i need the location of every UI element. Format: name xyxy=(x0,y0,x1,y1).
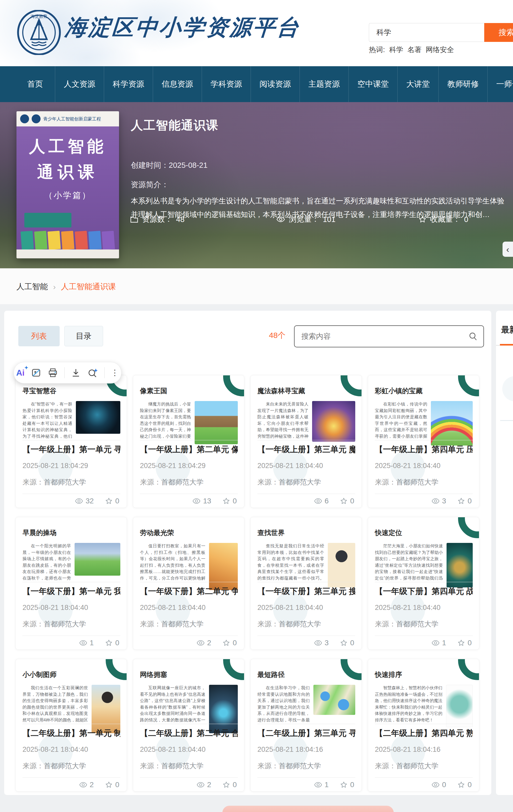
search-icon[interactable] xyxy=(468,332,478,341)
card-illustration xyxy=(209,543,238,590)
view-count: 3 xyxy=(432,497,446,505)
corner-ribbon-icon xyxy=(458,517,479,538)
card-date: 2025-08-21 18:04:16 xyxy=(258,746,323,754)
card-description: 在一个阳光明媚的早晨，一年级的小朋友们在操场上尽情嬉戏，有的小朋友在跳皮筋，有的… xyxy=(23,543,71,582)
card-unit-title[interactable]: 【一年级下册】第四单元 战… xyxy=(375,586,473,597)
resource-card[interactable]: 像素王国 继魔方的挑战后，小冒险家们来到了像素王国，要在这里生存下去，首先需熟悉… xyxy=(133,375,244,508)
card-story-title: 寻宝智慧谷 xyxy=(23,386,57,396)
content-search-input[interactable] xyxy=(295,332,468,341)
nav-item-air-class[interactable]: 空中课堂 xyxy=(349,66,397,102)
course-cover-image[interactable]: 青少年人工智能创新启蒙工程 人工智能 通识课 （小学篇） xyxy=(17,111,119,258)
card-unit-title[interactable]: 【一年级上册】第二单元 像… xyxy=(140,444,238,455)
nav-item-science[interactable]: 科学资源 xyxy=(104,66,153,102)
favorite-count: 0 xyxy=(105,497,119,505)
nav-item-one-teacher[interactable]: 一师一课 xyxy=(487,66,513,102)
resource-card[interactable]: 早晨的操场 在一个阳光明媚的早晨，一年级的小朋友们在操场上尽情嬉戏，有的小朋友在… xyxy=(16,517,127,650)
nav-item-lecture[interactable]: 大讲堂 xyxy=(397,66,439,102)
resource-card[interactable]: 寻宝智慧谷 在“智慧谷”中，有一群热爱计算机科学的小探险家，他们听说：智慧谷深处… xyxy=(16,375,127,508)
view-count: 1 xyxy=(314,781,329,789)
resource-card[interactable]: 彩虹小镇的宝藏 在彩虹小镇，传说中的宝藏如同彩虹般绚丽，其中最为引人注目的便是藏… xyxy=(368,375,479,508)
pagination-bar[interactable] xyxy=(222,806,394,812)
download-icon[interactable] xyxy=(71,368,81,378)
card-unit-title[interactable]: 【二年级上册】第二单元 合… xyxy=(140,728,238,739)
favorite-count: 0 xyxy=(340,781,354,789)
card-description: 我们生活在一个五彩斑斓的世界里，万物都被染上了颜色，我们的生活也变得绚丽多姿，丰… xyxy=(23,685,88,724)
card-unit-title[interactable]: 【二年级上册】第四单元 熟… xyxy=(375,728,473,739)
nav-item-reading[interactable]: 阅读资源 xyxy=(251,66,300,102)
carousel-prev-button[interactable]: ‹ xyxy=(503,242,513,257)
card-unit-title[interactable]: 【一年级上册】第一单元 寻… xyxy=(23,444,120,455)
card-unit-title[interactable]: 【一年级下册】第三单元 搜… xyxy=(258,586,355,597)
resource-card[interactable]: 网络拥塞 互联网就像一座巨大的城市，看不见的网络上也有许多“信息高速公路”，这些… xyxy=(133,659,244,791)
folder-icon xyxy=(130,216,139,223)
card-description: 在生活和学习中，我们经常需要认识地图和方向的关系，通过认识地图，我们更加了解两地… xyxy=(258,685,310,724)
resource-card[interactable]: 快速排序 智慧森林上，智慧村的小伙伴们正热热闹闹地准备一场盛会，不过别急，他们用… xyxy=(368,659,479,791)
corner-ribbon-icon xyxy=(458,659,479,680)
cover-logo-icon xyxy=(32,114,40,123)
ai-icon[interactable]: Ai✦ xyxy=(16,368,25,378)
ai-search-icon[interactable] xyxy=(87,368,98,378)
more-icon[interactable]: ⋮ xyxy=(111,369,119,377)
card-description: 继魔方的挑战后，小冒险家们来到了像素王国，要在这里生存下去，首先需熟悉这个世界的… xyxy=(140,401,191,440)
course-created-time: 创建时间：2025-08-21 xyxy=(131,160,207,171)
corner-ribbon-icon xyxy=(106,659,127,680)
star-icon xyxy=(457,639,465,646)
hotword-link[interactable]: 名著 xyxy=(408,45,422,54)
favorite-count: 0 xyxy=(222,639,237,647)
resource-card[interactable]: 查找世界 查找无疑是我们日常生活中经常用到的本领，比如在书中找某个页码，在超市中… xyxy=(250,517,362,650)
star-icon xyxy=(105,639,113,646)
sparkle-icon: ✦ xyxy=(24,365,28,371)
eye-icon xyxy=(432,498,440,504)
header-search-input[interactable] xyxy=(369,23,484,42)
nav-item-subject[interactable]: 学科资源 xyxy=(202,66,251,102)
nav-item-humanities[interactable]: 人文资源 xyxy=(55,66,104,102)
card-illustration xyxy=(431,401,473,445)
nav-item-theme[interactable]: 主题资源 xyxy=(300,66,349,102)
resource-card[interactable]: 快速定位 茫茫大海里，小朋友们如何快速找到自己想要的宝藏呢？为了帮助小朋友们，一… xyxy=(368,517,479,650)
tab-list-view[interactable]: 列表 xyxy=(18,326,60,346)
card-date: 2025-08-21 18:04:40 xyxy=(140,604,206,612)
card-illustration xyxy=(328,543,355,587)
view-count: 32 xyxy=(75,497,94,505)
card-unit-title[interactable]: 【二年级上册】第一单元 制… xyxy=(23,728,120,739)
card-unit-title[interactable]: 【二年级上册】第三单元 寻… xyxy=(258,728,355,739)
nav-item-teacher-training[interactable]: 教师研修 xyxy=(439,66,487,102)
nav-item-information[interactable]: 信息资源 xyxy=(153,66,202,102)
favorite-count: 0 xyxy=(105,781,119,789)
card-stats: 0 0 xyxy=(432,781,472,789)
breadcrumb-root[interactable]: 人工智能 xyxy=(17,281,48,292)
eye-icon xyxy=(276,216,285,223)
card-unit-title[interactable]: 【一年级上册】第三单元 魔… xyxy=(258,444,355,455)
hotword-link[interactable]: 网络安全 xyxy=(426,45,454,54)
card-unit-title[interactable]: 【一年级下册】第一单元 我… xyxy=(23,586,120,597)
card-unit-title[interactable]: 【一年级上册】第四单元 压… xyxy=(375,444,473,455)
tab-catalog-view[interactable]: 目录 xyxy=(64,326,103,346)
hotwords-label: 热词: xyxy=(369,45,385,54)
card-stats: 32 0 xyxy=(75,497,119,505)
card-date: 2025-08-21 18:04:29 xyxy=(140,462,206,470)
card-story-title: 劳动最光荣 xyxy=(140,528,174,538)
eye-icon xyxy=(432,640,440,646)
resource-card[interactable]: 最短路径 在生活和学习中，我们经常需要认识地图和方向的关系，通过认识地图，我们更… xyxy=(250,659,362,791)
resource-card[interactable]: 劳动最光荣 值日要打扫教室，如果只有一个人，打扫工作（扫地、擦黑板等）会花很长时… xyxy=(133,517,244,650)
header-search-button[interactable]: 搜索 xyxy=(484,23,513,42)
translate-disabled-icon[interactable] xyxy=(31,368,41,378)
main-nav: 首页 人文资源 科学资源 信息资源 学科资源 阅读资源 主题资源 空中课堂 大讲… xyxy=(0,66,513,102)
resource-card[interactable]: 小小制图师 我们生活在一个五彩斑斓的世界里，万物都被染上了颜色，我们的生活也变得… xyxy=(16,659,127,791)
nav-item-home[interactable]: 首页 xyxy=(15,66,55,102)
card-story-title: 像素王国 xyxy=(140,386,167,396)
card-source: 来源：首都师范大学 xyxy=(375,619,439,629)
card-story-title: 快速排序 xyxy=(375,670,402,679)
svg-text:海淀教育: 海淀教育 xyxy=(31,14,47,19)
card-unit-title[interactable]: 【一年级下册】第二单元 争… xyxy=(140,586,238,597)
printer-icon[interactable] xyxy=(48,368,58,378)
resource-card[interactable]: 魔法森林寻宝藏 来自未来的无畏冒险人发现了一片魔法森林，为了防止魔法森林被坏蛋人… xyxy=(250,375,362,508)
hotword-link[interactable]: 科学 xyxy=(389,45,403,54)
tab-latest[interactable]: 最新 xyxy=(501,324,513,335)
card-description: 值日要打扫教室，如果只有一个人，打扫工作（扫地、擦黑板等）会花很长时间，如果几个… xyxy=(140,543,205,582)
card-illustration xyxy=(447,543,473,587)
content-search xyxy=(294,325,484,347)
card-stats: 1 0 xyxy=(432,639,472,647)
card-illustration xyxy=(446,685,473,727)
card-stats: 6 0 xyxy=(314,497,354,505)
